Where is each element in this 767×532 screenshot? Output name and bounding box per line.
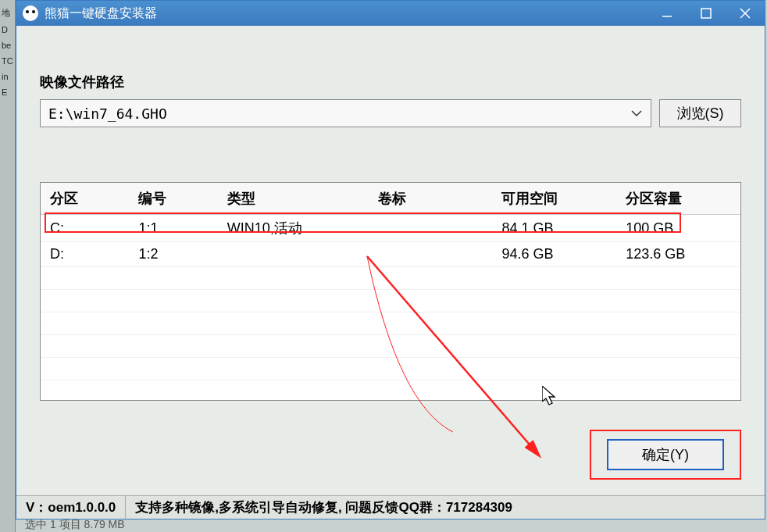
svg-rect-1 (701, 9, 711, 18)
maximize-button[interactable] (687, 1, 726, 26)
cell-type: WIN10,活动 (218, 215, 369, 242)
cell-label (369, 242, 493, 267)
image-path-input[interactable]: E:\win7_64.GHO (40, 99, 651, 127)
col-free[interactable]: 可用空间 (492, 183, 616, 215)
table-row[interactable]: D:1:294.6 GB123.6 GB (41, 242, 740, 267)
minimize-icon (662, 8, 672, 19)
close-icon (739, 7, 751, 20)
col-label[interactable]: 卷标 (369, 183, 493, 215)
table-row[interactable]: C:1:1WIN10,活动84.1 GB100 GB (41, 215, 740, 242)
table-row[interactable] (41, 312, 740, 335)
installer-window: 熊猫一键硬盘安装器 映像文件路径 E:\win7_64.GHO 浏览(S) (16, 0, 765, 520)
cell-free: 84.1 GB (492, 215, 616, 242)
status-info: 支持多种镜像,多系统引导自动修复, 问题反馈QQ群：717284309 (126, 498, 765, 516)
col-type[interactable]: 类型 (218, 183, 369, 215)
browse-button[interactable]: 浏览(S) (659, 99, 741, 127)
cell-number: 1:1 (129, 215, 217, 242)
table-row[interactable] (41, 290, 740, 312)
minimize-button[interactable] (647, 1, 687, 26)
window-title: 熊猫一键硬盘安装器 (45, 5, 157, 22)
app-icon (23, 5, 38, 21)
table-row[interactable] (41, 358, 740, 380)
desktop-status-text: 选中 1 项目 8.79 MB (25, 518, 125, 532)
cell-size: 100 GB (616, 215, 740, 242)
cell-label (369, 215, 493, 242)
image-path-value: E:\win7_64.GHO (48, 105, 167, 122)
table-row[interactable] (41, 335, 740, 358)
statusbar: V：oem1.0.0.0 支持多种镜像,多系统引导自动修复, 问题反馈QQ群：7… (16, 495, 765, 519)
version-text: V：oem1.0.0.0 (16, 496, 126, 519)
table-row[interactable] (41, 267, 740, 290)
chevron-down-icon (630, 107, 643, 120)
cell-partition: C: (41, 215, 129, 242)
col-size[interactable]: 分区容量 (616, 183, 740, 215)
close-button[interactable] (726, 1, 765, 26)
cell-number: 1:2 (129, 242, 217, 267)
cell-size: 123.6 GB (616, 242, 740, 267)
table-row[interactable] (41, 380, 740, 403)
cell-type (218, 242, 369, 267)
path-label: 映像文件路径 (40, 73, 741, 91)
cell-partition: D: (41, 242, 129, 267)
ok-button[interactable]: 确定(Y) (607, 439, 724, 470)
col-partition[interactable]: 分区 (41, 183, 129, 215)
ok-highlight-annotation: 确定(Y) (590, 430, 741, 480)
col-number[interactable]: 编号 (129, 183, 217, 215)
partition-table: 分区 编号 类型 卷标 可用空间 分区容量 C:1:1WIN10,活动84.1 … (40, 182, 741, 401)
titlebar: 熊猫一键硬盘安装器 (16, 1, 765, 26)
cell-free: 94.6 GB (492, 242, 616, 267)
maximize-icon (701, 8, 712, 19)
